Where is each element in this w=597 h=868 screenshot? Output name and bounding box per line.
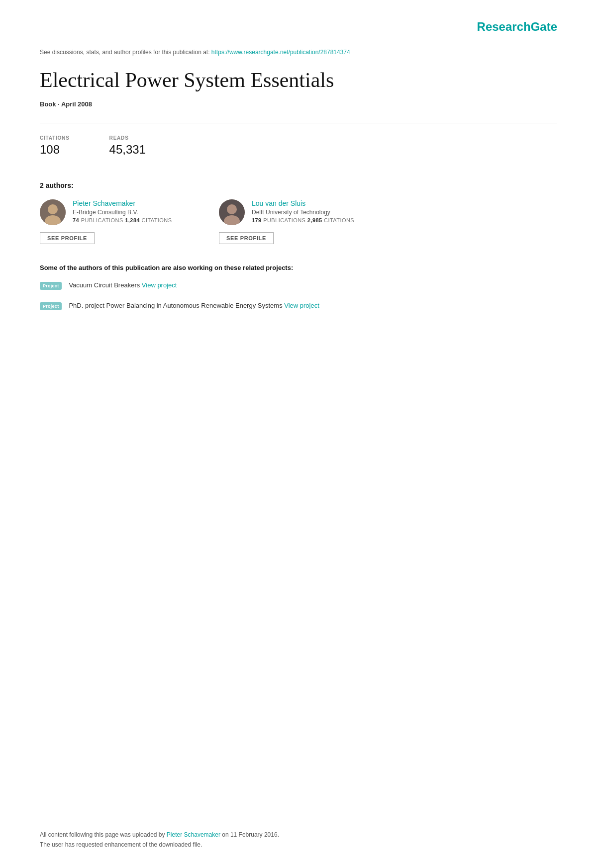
author-name-1[interactable]: Pieter Schavemaker [73,199,172,207]
book-date: April 2008 [61,100,92,108]
researchgate-logo: ResearchGate [477,20,557,34]
publication-url[interactable]: https://www.researchgate.net/publication… [211,49,350,56]
author-card-1: Pieter Schavemaker E-Bridge Consulting B… [40,199,189,244]
author-top-2: Lou van der Sluis Delft University of Te… [219,199,368,225]
book-meta: Book · April 2008 [40,100,557,108]
see-profile-button-2[interactable]: SEE PROFILE [219,232,274,244]
author-affiliation-1: E-Bridge Consulting B.V. [73,209,172,216]
author-info-1: Pieter Schavemaker E-Bridge Consulting B… [73,199,172,223]
project-item-2: Project PhD. project Power Balancing in … [40,302,557,310]
related-projects-label: Some of the authors of this publication … [40,264,557,271]
project-link-1[interactable]: View project [142,281,177,289]
author2-cit-count: 2,985 [307,217,322,223]
svg-point-4 [227,204,237,214]
footer-upload-text: All content following this page was uplo… [40,831,557,838]
project-item-1: Project Vacuum Circuit Breakers View pro… [40,281,557,290]
top-link-text: See discussions, stats, and author profi… [40,49,211,56]
project-text-1: Vacuum Circuit Breakers View project [69,281,177,289]
citations-stat: Citations 108 [40,135,70,157]
book-title: Electrical Power System Essentials [40,68,557,92]
author-stats-2: 179 PUBLICATIONS 2,985 CITATIONS [252,217,354,223]
author-top-1: Pieter Schavemaker E-Bridge Consulting B… [40,199,189,225]
author1-pub-count: 74 [73,217,79,223]
project-badge-1: Project [40,282,62,290]
authors-grid: Pieter Schavemaker E-Bridge Consulting B… [40,199,557,244]
top-divider [40,123,557,123]
page-footer: All content following this page was uplo… [40,825,557,848]
project-text-2: PhD. project Power Balancing in Autonomo… [69,302,319,309]
reads-value: 45,331 [109,143,146,157]
project-link-2[interactable]: View project [284,302,319,309]
stats-row: Citations 108 Reads 45,331 [40,135,557,167]
author1-cit-count: 1,284 [125,217,140,223]
citations-label: Citations [40,135,70,141]
author-stats-1: 74 PUBLICATIONS 1,284 CITATIONS [73,217,172,223]
see-profile-button-1[interactable]: SEE PROFILE [40,232,95,244]
book-type: Book [40,100,56,108]
footer-uploader-link[interactable]: Pieter Schavemaker [167,831,220,838]
page-header: ResearchGate [40,20,557,34]
author2-pub-count: 179 [252,217,262,223]
author-affiliation-2: Delft University of Technology [252,209,354,216]
author-avatar-1 [40,199,66,225]
svg-point-1 [48,204,58,214]
author-card-2: Lou van der Sluis Delft University of Te… [219,199,368,244]
author-name-2[interactable]: Lou van der Sluis [252,199,354,207]
book-dot: · [58,100,61,108]
reads-stat: Reads 45,331 [109,135,146,157]
author-avatar-2 [219,199,245,225]
citations-value: 108 [40,143,70,157]
project-badge-2: Project [40,302,62,310]
author-info-2: Lou van der Sluis Delft University of Te… [252,199,354,223]
footer-divider [40,825,557,825]
footer-note: The user has requested enhancement of th… [40,841,557,848]
reads-label: Reads [109,135,146,141]
publication-link-bar: See discussions, stats, and author profi… [40,49,557,56]
authors-label: 2 authors: [40,181,557,189]
